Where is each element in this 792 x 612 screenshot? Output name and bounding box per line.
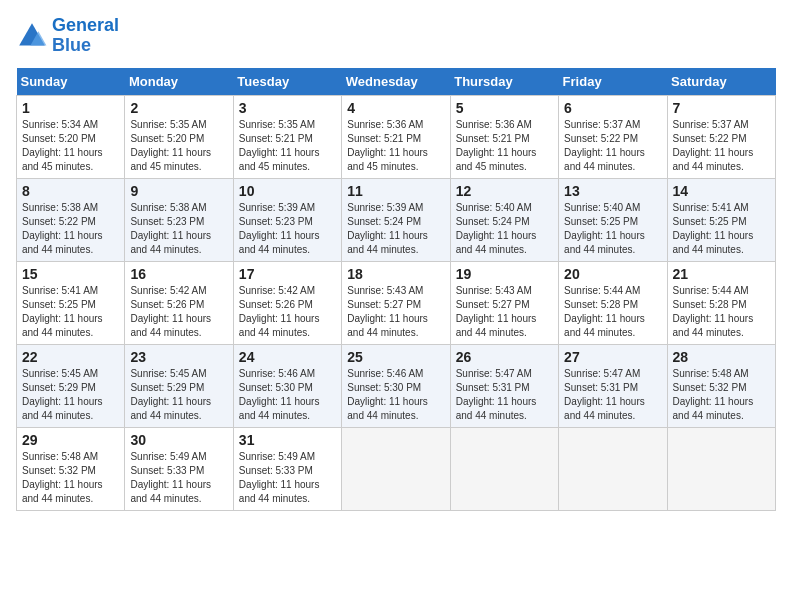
day-info: Sunrise: 5:46 AMSunset: 5:30 PMDaylight:… — [239, 367, 336, 423]
day-info: Sunrise: 5:36 AMSunset: 5:21 PMDaylight:… — [456, 118, 553, 174]
day-header-sunday: Sunday — [17, 68, 125, 96]
day-number: 27 — [564, 349, 661, 365]
day-info: Sunrise: 5:39 AMSunset: 5:23 PMDaylight:… — [239, 201, 336, 257]
calendar-cell: 11 Sunrise: 5:39 AMSunset: 5:24 PMDaylig… — [342, 178, 450, 261]
day-number: 20 — [564, 266, 661, 282]
calendar-cell: 17 Sunrise: 5:42 AMSunset: 5:26 PMDaylig… — [233, 261, 341, 344]
day-info: Sunrise: 5:48 AMSunset: 5:32 PMDaylight:… — [673, 367, 770, 423]
calendar-cell: 7 Sunrise: 5:37 AMSunset: 5:22 PMDayligh… — [667, 95, 775, 178]
calendar-cell: 16 Sunrise: 5:42 AMSunset: 5:26 PMDaylig… — [125, 261, 233, 344]
calendar-cell: 24 Sunrise: 5:46 AMSunset: 5:30 PMDaylig… — [233, 344, 341, 427]
day-info: Sunrise: 5:43 AMSunset: 5:27 PMDaylight:… — [456, 284, 553, 340]
day-info: Sunrise: 5:47 AMSunset: 5:31 PMDaylight:… — [564, 367, 661, 423]
calendar-cell — [342, 427, 450, 510]
day-info: Sunrise: 5:34 AMSunset: 5:20 PMDaylight:… — [22, 118, 119, 174]
calendar-cell: 19 Sunrise: 5:43 AMSunset: 5:27 PMDaylig… — [450, 261, 558, 344]
day-info: Sunrise: 5:44 AMSunset: 5:28 PMDaylight:… — [564, 284, 661, 340]
calendar-cell: 13 Sunrise: 5:40 AMSunset: 5:25 PMDaylig… — [559, 178, 667, 261]
day-number: 29 — [22, 432, 119, 448]
day-info: Sunrise: 5:38 AMSunset: 5:22 PMDaylight:… — [22, 201, 119, 257]
calendar-cell: 5 Sunrise: 5:36 AMSunset: 5:21 PMDayligh… — [450, 95, 558, 178]
calendar-week-3: 15 Sunrise: 5:41 AMSunset: 5:25 PMDaylig… — [17, 261, 776, 344]
calendar-cell: 14 Sunrise: 5:41 AMSunset: 5:25 PMDaylig… — [667, 178, 775, 261]
day-info: Sunrise: 5:48 AMSunset: 5:32 PMDaylight:… — [22, 450, 119, 506]
day-number: 10 — [239, 183, 336, 199]
calendar-cell: 21 Sunrise: 5:44 AMSunset: 5:28 PMDaylig… — [667, 261, 775, 344]
calendar-cell: 1 Sunrise: 5:34 AMSunset: 5:20 PMDayligh… — [17, 95, 125, 178]
calendar-cell: 22 Sunrise: 5:45 AMSunset: 5:29 PMDaylig… — [17, 344, 125, 427]
calendar-cell: 27 Sunrise: 5:47 AMSunset: 5:31 PMDaylig… — [559, 344, 667, 427]
day-number: 17 — [239, 266, 336, 282]
day-number: 3 — [239, 100, 336, 116]
day-info: Sunrise: 5:36 AMSunset: 5:21 PMDaylight:… — [347, 118, 444, 174]
day-info: Sunrise: 5:37 AMSunset: 5:22 PMDaylight:… — [564, 118, 661, 174]
day-number: 14 — [673, 183, 770, 199]
calendar-header-row: SundayMondayTuesdayWednesdayThursdayFrid… — [17, 68, 776, 96]
calendar-week-4: 22 Sunrise: 5:45 AMSunset: 5:29 PMDaylig… — [17, 344, 776, 427]
day-number: 8 — [22, 183, 119, 199]
day-info: Sunrise: 5:40 AMSunset: 5:24 PMDaylight:… — [456, 201, 553, 257]
day-number: 9 — [130, 183, 227, 199]
day-info: Sunrise: 5:42 AMSunset: 5:26 PMDaylight:… — [130, 284, 227, 340]
calendar-cell: 26 Sunrise: 5:47 AMSunset: 5:31 PMDaylig… — [450, 344, 558, 427]
calendar-week-1: 1 Sunrise: 5:34 AMSunset: 5:20 PMDayligh… — [17, 95, 776, 178]
day-number: 6 — [564, 100, 661, 116]
calendar-cell: 4 Sunrise: 5:36 AMSunset: 5:21 PMDayligh… — [342, 95, 450, 178]
calendar-cell — [667, 427, 775, 510]
calendar-cell — [559, 427, 667, 510]
calendar-cell: 2 Sunrise: 5:35 AMSunset: 5:20 PMDayligh… — [125, 95, 233, 178]
logo-icon — [16, 20, 48, 52]
calendar-week-2: 8 Sunrise: 5:38 AMSunset: 5:22 PMDayligh… — [17, 178, 776, 261]
day-info: Sunrise: 5:44 AMSunset: 5:28 PMDaylight:… — [673, 284, 770, 340]
day-header-saturday: Saturday — [667, 68, 775, 96]
day-info: Sunrise: 5:40 AMSunset: 5:25 PMDaylight:… — [564, 201, 661, 257]
day-info: Sunrise: 5:41 AMSunset: 5:25 PMDaylight:… — [673, 201, 770, 257]
calendar-cell: 30 Sunrise: 5:49 AMSunset: 5:33 PMDaylig… — [125, 427, 233, 510]
day-number: 16 — [130, 266, 227, 282]
day-header-wednesday: Wednesday — [342, 68, 450, 96]
calendar-cell: 23 Sunrise: 5:45 AMSunset: 5:29 PMDaylig… — [125, 344, 233, 427]
day-info: Sunrise: 5:45 AMSunset: 5:29 PMDaylight:… — [22, 367, 119, 423]
calendar-cell: 6 Sunrise: 5:37 AMSunset: 5:22 PMDayligh… — [559, 95, 667, 178]
day-number: 30 — [130, 432, 227, 448]
day-header-friday: Friday — [559, 68, 667, 96]
calendar-cell — [450, 427, 558, 510]
day-number: 1 — [22, 100, 119, 116]
day-number: 15 — [22, 266, 119, 282]
day-number: 5 — [456, 100, 553, 116]
calendar-cell: 12 Sunrise: 5:40 AMSunset: 5:24 PMDaylig… — [450, 178, 558, 261]
calendar-cell: 25 Sunrise: 5:46 AMSunset: 5:30 PMDaylig… — [342, 344, 450, 427]
day-number: 23 — [130, 349, 227, 365]
calendar-week-5: 29 Sunrise: 5:48 AMSunset: 5:32 PMDaylig… — [17, 427, 776, 510]
logo-text: General Blue — [52, 16, 119, 56]
day-number: 13 — [564, 183, 661, 199]
day-number: 2 — [130, 100, 227, 116]
day-info: Sunrise: 5:46 AMSunset: 5:30 PMDaylight:… — [347, 367, 444, 423]
calendar-cell: 15 Sunrise: 5:41 AMSunset: 5:25 PMDaylig… — [17, 261, 125, 344]
page-header: General Blue — [16, 16, 776, 56]
day-info: Sunrise: 5:42 AMSunset: 5:26 PMDaylight:… — [239, 284, 336, 340]
day-header-thursday: Thursday — [450, 68, 558, 96]
day-number: 22 — [22, 349, 119, 365]
calendar-cell: 29 Sunrise: 5:48 AMSunset: 5:32 PMDaylig… — [17, 427, 125, 510]
day-number: 24 — [239, 349, 336, 365]
day-info: Sunrise: 5:49 AMSunset: 5:33 PMDaylight:… — [130, 450, 227, 506]
day-info: Sunrise: 5:39 AMSunset: 5:24 PMDaylight:… — [347, 201, 444, 257]
calendar-cell: 9 Sunrise: 5:38 AMSunset: 5:23 PMDayligh… — [125, 178, 233, 261]
calendar-cell: 20 Sunrise: 5:44 AMSunset: 5:28 PMDaylig… — [559, 261, 667, 344]
calendar-cell: 3 Sunrise: 5:35 AMSunset: 5:21 PMDayligh… — [233, 95, 341, 178]
day-info: Sunrise: 5:47 AMSunset: 5:31 PMDaylight:… — [456, 367, 553, 423]
day-number: 19 — [456, 266, 553, 282]
calendar-cell: 18 Sunrise: 5:43 AMSunset: 5:27 PMDaylig… — [342, 261, 450, 344]
day-info: Sunrise: 5:38 AMSunset: 5:23 PMDaylight:… — [130, 201, 227, 257]
day-number: 11 — [347, 183, 444, 199]
calendar-table: SundayMondayTuesdayWednesdayThursdayFrid… — [16, 68, 776, 511]
day-header-monday: Monday — [125, 68, 233, 96]
day-info: Sunrise: 5:35 AMSunset: 5:20 PMDaylight:… — [130, 118, 227, 174]
day-info: Sunrise: 5:41 AMSunset: 5:25 PMDaylight:… — [22, 284, 119, 340]
day-info: Sunrise: 5:45 AMSunset: 5:29 PMDaylight:… — [130, 367, 227, 423]
calendar-cell: 28 Sunrise: 5:48 AMSunset: 5:32 PMDaylig… — [667, 344, 775, 427]
day-number: 25 — [347, 349, 444, 365]
day-number: 28 — [673, 349, 770, 365]
day-header-tuesday: Tuesday — [233, 68, 341, 96]
